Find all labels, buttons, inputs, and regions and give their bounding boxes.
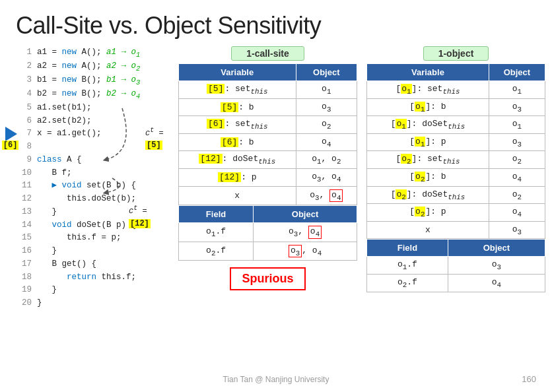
table-row: x o3, o4 — [179, 186, 357, 205]
table-row: o2.f o3, o4 — [179, 242, 357, 261]
code-line-5: 5 a1.set(b1); — [20, 102, 172, 115]
table-object-fields: Field Object o1.f o3 o2.f o4 — [366, 239, 545, 292]
table-row: x o3 — [367, 221, 545, 239]
code-line-9: 9 class A { — [20, 154, 172, 167]
code-line-11: 11 ▶ void set(B b) { — [20, 180, 172, 193]
table-row: o1.f o3, o4 — [179, 223, 357, 242]
table-call-site-fields: Field Object o1.f o3, o4 o2.f o3, o4 — [178, 205, 357, 261]
table-row: o1.f o3 — [367, 257, 545, 275]
code-line-1: 1 a1 = new A(); a1 → o1 — [20, 46, 172, 60]
table-object-vars: Variable Object [o1]: setthis o1 [o1]: b… — [366, 63, 545, 239]
code-line-18: 18 return this.f; — [20, 271, 172, 284]
table-row: [o1]: b o3 — [367, 98, 545, 116]
table-row: [o1]: p o3 — [367, 133, 545, 151]
table-row: [o2]: setthis o2 — [367, 151, 545, 169]
col-header-object-right: Object — [489, 64, 545, 81]
table-row: [5]: b o3 — [179, 98, 357, 116]
code-line-20: 20 } — [20, 297, 172, 310]
label-1-call-site: 1-call-site — [231, 46, 304, 61]
col-header-field-right: Field — [367, 240, 448, 257]
code-line-4: 4 b2 = new B(); b2 → o4 — [20, 88, 172, 102]
col-header-field-left: Field — [179, 206, 254, 223]
tables-area: 1-call-site Variable Object [5]: setthis… — [178, 46, 545, 310]
table-row: [12]: doSetthis o1, o2 — [179, 151, 357, 169]
page-number: 160 — [522, 374, 536, 384]
code-panel: ct = [6] ct = [5] ct = [12] 1 a1 = new A… — [20, 46, 172, 310]
table-row: [o1]: doSetthis o1 — [367, 116, 545, 134]
col-header-object-field-right: Object — [448, 240, 545, 257]
col-header-object-field-left: Object — [254, 206, 357, 223]
table-row: [6]: b o4 — [179, 133, 357, 151]
code-line-16: 16 } — [20, 245, 172, 258]
table-row: [12]: p o3, o4 — [179, 168, 357, 186]
footer-text: Tian Tan @ Nanjing University — [223, 375, 329, 384]
table-row: o2.f o4 — [367, 274, 545, 292]
code-line-2: 2 a2 = new A(); a2 → o2 — [20, 60, 172, 74]
code-line-7: 7 x = a1.get(); — [20, 127, 172, 141]
table-row: [o1]: setthis o1 — [367, 81, 545, 99]
table-row: [o2]: b o4 — [367, 168, 545, 186]
table-col-left: 1-call-site Variable Object [5]: setthis… — [178, 46, 357, 310]
code-line-3: 3 b1 = new B(); b1 → o3 — [20, 74, 172, 88]
code-line-15: 15 this.f = p; — [20, 232, 172, 245]
code-line-17: 17 B get() { — [20, 258, 172, 271]
col-header-object-left: Object — [296, 64, 357, 81]
col-header-variable-left: Variable — [179, 64, 296, 81]
table-row: [6]: setthis o2 — [179, 116, 357, 134]
spurious-label: Spurious — [230, 267, 305, 290]
code-line-19: 19 } — [20, 284, 172, 297]
table-col-right: 1-object Variable Object [o1]: setthis o… — [366, 46, 545, 310]
table-row: [o2]: doSetthis o2 — [367, 186, 545, 204]
table-call-site-vars: Variable Object [5]: setthis o1 [5]: b o… — [178, 63, 357, 205]
code-line-10: 10 B f; — [20, 167, 172, 180]
label-1-object: 1-object — [423, 46, 489, 61]
table-row: [5]: setthis o1 — [179, 81, 357, 99]
col-header-variable-right: Variable — [367, 64, 489, 81]
page-title: Call-Site vs. Object Sensitivity — [0, 0, 552, 45]
table-row: [o2]: p o4 — [367, 204, 545, 222]
